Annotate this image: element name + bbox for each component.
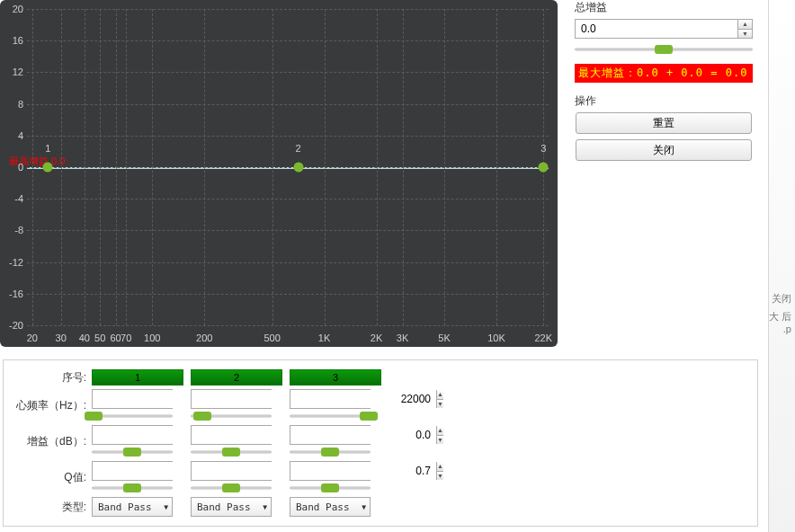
grid-line-h [27,104,549,105]
band2-freq-input[interactable] [290,390,436,408]
y-tick-label: -12 [4,257,23,268]
x-tick-label: 500 [264,332,280,343]
grid-line-h [27,9,549,10]
reset-button[interactable]: 重置 [576,112,752,134]
eq-point[interactable] [539,163,549,173]
band0-gain-spinner[interactable]: ▲▼ [92,425,173,445]
band0-freq-cell: ▲▼ [92,389,183,421]
x-tick-label: 50 [94,332,105,343]
grid-line-v [377,9,378,325]
eq-point-label: 1 [45,143,50,154]
x-tick-label: 3K [397,332,408,343]
y-tick-label: 4 [4,130,23,141]
row-label-freq: 心频率（Hz）: [13,398,92,413]
band0-freq-spinner[interactable]: ▲▼ [92,389,173,409]
x-tick-label: 200 [196,332,212,343]
band0-q-spinner[interactable]: ▲▼ [92,461,173,481]
band2-type-select[interactable]: Band Pass▼ [290,497,371,517]
row-label-gain: 增益（dB）: [13,434,92,449]
grid-line-h [27,72,549,73]
band2-gain-spinner[interactable]: ▲▼ [290,425,371,445]
band2-freq-slider-thumb[interactable] [360,412,378,421]
band1-freq-cell: ▲▼ [191,389,282,421]
x-tick-label: 30 [56,332,67,343]
band2-freq-up-icon[interactable]: ▲ [437,390,443,400]
close-button[interactable]: 关闭 [576,139,752,161]
eq-point[interactable] [43,163,53,173]
grid-line-v [32,9,33,325]
band2-q-slider[interactable] [290,483,371,493]
x-tick-label: 20 [27,332,38,343]
x-tick-label: 100 [144,332,160,343]
total-gain-slider-thumb[interactable] [655,45,673,54]
band2-q-spinner[interactable]: ▲▼ [290,461,371,481]
total-gain-label: 总增益 [571,0,756,19]
x-tick-label: 1K [318,332,330,343]
band0-freq-slider[interactable] [92,411,173,421]
total-gain-input[interactable] [576,20,737,38]
band0-type-select[interactable]: Band Pass▼ [92,497,173,517]
band1-freq-spinner[interactable]: ▲▼ [191,389,272,409]
band0-q-slider[interactable] [92,483,173,493]
band1-q-slider-thumb[interactable] [222,483,240,492]
band2-gain-input[interactable] [290,426,436,444]
band2-gain-slider[interactable] [290,447,371,457]
y-tick-label: -20 [4,320,23,331]
total-gain-spinner[interactable]: ▲ ▼ [575,19,753,39]
y-tick-label: 8 [4,99,23,110]
band2-q-input[interactable] [290,462,436,480]
x-tick-label: 2K [371,332,382,343]
band1-gain-slider-thumb[interactable] [222,448,240,457]
band-header[interactable]: 3 [290,369,381,386]
grid-line-h [27,136,549,137]
band0-freq-slider-thumb[interactable] [85,412,103,421]
x-tick-label: 22K [534,332,552,343]
y-tick-label: -16 [4,288,23,299]
band0-type-value: Band Pass [98,501,152,513]
grid-line-v [496,9,497,325]
grid-line-v [152,9,153,325]
total-gain-down-icon[interactable]: ▼ [738,30,752,39]
band1-q-spinner[interactable]: ▲▼ [191,461,272,481]
y-tick-label: -8 [4,225,23,235]
grid-line-h [27,262,549,263]
band2-type-value: Band Pass [296,501,350,513]
band-header[interactable]: 1 [92,369,183,386]
band2-gain-down-icon[interactable]: ▼ [437,436,443,445]
grid-line-v [126,9,127,325]
band1-gain-spinner[interactable]: ▲▼ [191,425,272,445]
grid-line-h [27,167,549,168]
grid-line-h [27,325,549,326]
band1-type-select[interactable]: Band Pass▼ [191,497,272,517]
band2-freq-slider[interactable] [290,411,371,421]
band2-gain-slider-thumb[interactable] [321,448,339,457]
band2-gain-cell: ▲▼ [290,425,381,457]
band0-gain-slider-thumb[interactable] [123,448,141,457]
band1-q-cell: ▲▼ [191,461,282,493]
band2-q-down-icon[interactable]: ▼ [437,472,443,481]
chevron-down-icon: ▼ [164,503,168,511]
band0-gain-slider[interactable] [92,447,173,457]
band-header[interactable]: 2 [191,369,282,386]
band1-freq-slider-thumb[interactable] [193,412,211,421]
band2-gain-up-icon[interactable]: ▲ [437,426,443,436]
band2-freq-down-icon[interactable]: ▼ [437,400,443,409]
band2-freq-cell: ▲▼ [290,389,381,421]
band1-freq-slider[interactable] [191,411,272,421]
x-tick-label: 40 [79,332,90,343]
band1-gain-slider[interactable] [191,447,272,457]
grid-line-v [85,9,85,325]
grid-line-h [27,40,549,41]
grid-line-v [325,9,326,325]
band1-q-slider[interactable] [191,483,272,493]
grid-line-v [444,9,445,325]
eq-graph[interactable]: 最高增益 0.0 201612840-4-8-12-16-20203040506… [27,9,549,325]
total-gain-slider[interactable] [575,44,753,55]
eq-point[interactable] [293,163,303,173]
total-gain-up-icon[interactable]: ▲ [738,20,752,30]
band2-freq-spinner[interactable]: ▲▼ [290,389,371,409]
band2-q-slider-thumb[interactable] [321,483,339,492]
band0-q-slider-thumb[interactable] [123,483,141,492]
grid-line-v [272,9,273,325]
band2-q-up-icon[interactable]: ▲ [437,462,443,472]
